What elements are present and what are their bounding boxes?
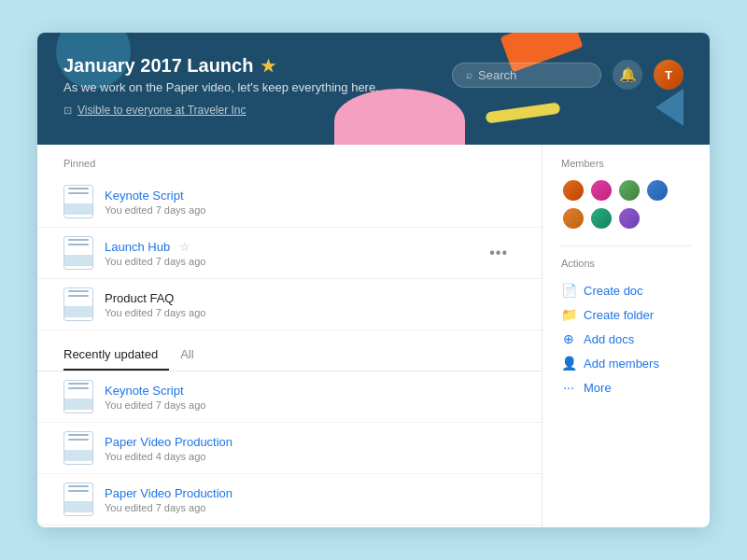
tabs-row: Recently updated All xyxy=(37,330,542,371)
doc-info-1: Launch Hub ☆ You edited 7 days ago xyxy=(105,240,482,267)
doc-title-0: Keynote Script xyxy=(105,189,515,203)
doc-title-2: Product FAQ xyxy=(105,291,515,305)
doc-title-r1: Paper Video Production xyxy=(105,435,515,449)
doc-icon-1 xyxy=(63,236,93,270)
pinned-item-0[interactable]: Keynote Script You edited 7 days ago xyxy=(37,176,542,228)
visibility-text[interactable]: Visible to everyone at Traveler Inc xyxy=(78,104,247,117)
member-avatar-6[interactable] xyxy=(617,206,641,231)
doc-icon-r2 xyxy=(63,483,93,516)
create-folder-label: Create folder xyxy=(584,308,654,322)
doc-info-r0: Keynote Script You edited 7 days ago xyxy=(105,384,515,411)
doc-info-r2: Paper Video Production You edited 7 days… xyxy=(105,486,515,513)
member-avatar-4[interactable] xyxy=(561,206,585,231)
header: January 2017 Launch ★ As we work on the … xyxy=(37,33,710,145)
bell-button[interactable]: 🔔 xyxy=(613,60,642,90)
actions-label: Actions xyxy=(561,258,691,269)
header-top: January 2017 Launch ★ As we work on the … xyxy=(63,55,684,94)
avatar-initials: T xyxy=(665,68,672,82)
add-docs-icon: ⊕ xyxy=(561,331,576,346)
doc-meta-0: You edited 7 days ago xyxy=(105,204,515,216)
action-create-folder[interactable]: 📁 Create folder xyxy=(561,302,691,327)
search-bar[interactable]: ⌕ Search xyxy=(452,63,601,88)
tab-recently-updated[interactable]: Recently updated xyxy=(63,342,169,371)
title-star[interactable]: ★ xyxy=(261,56,275,77)
member-avatar-5[interactable] xyxy=(589,206,613,231)
doc-title-text-1: Launch Hub xyxy=(105,240,170,254)
visibility-icon: ⊡ xyxy=(63,105,72,117)
doc-meta-1: You edited 7 days ago xyxy=(105,256,482,267)
pinned-label: Pinned xyxy=(37,145,542,176)
doc-info-0: Keynote Script You edited 7 days ago xyxy=(105,189,515,216)
recent-item-0[interactable]: Keynote Script You edited 7 days ago xyxy=(37,371,542,423)
search-icon: ⌕ xyxy=(466,68,472,81)
doc-icon-0 xyxy=(63,185,93,218)
member-avatar-3[interactable] xyxy=(645,178,669,203)
doc-title-1: Launch Hub ☆ xyxy=(105,240,482,254)
doc-meta-r2: You edited 7 days ago xyxy=(105,502,515,513)
user-avatar[interactable]: T xyxy=(654,60,684,90)
divider xyxy=(561,245,691,246)
more-icon: ··· xyxy=(561,380,576,395)
bell-icon: 🔔 xyxy=(619,66,637,83)
pinned-item-1[interactable]: Launch Hub ☆ You edited 7 days ago ••• xyxy=(37,228,542,279)
action-more[interactable]: ··· More xyxy=(561,375,691,399)
create-doc-label: Create doc xyxy=(584,284,643,298)
doc-info-r1: Paper Video Production You edited 4 days… xyxy=(105,435,515,462)
doc-meta-2: You edited 7 days ago xyxy=(105,307,515,318)
add-members-icon: 👤 xyxy=(561,356,576,371)
header-title-group: January 2017 Launch ★ As we work on the … xyxy=(63,55,379,94)
header-right: ⌕ Search 🔔 T xyxy=(452,60,684,90)
header-title: January 2017 Launch ★ xyxy=(63,55,379,77)
doc-info-2: Product FAQ You edited 7 days ago xyxy=(105,291,515,318)
recent-item-1[interactable]: Paper Video Production You edited 4 days… xyxy=(37,423,542,474)
app-window: January 2017 Launch ★ As we work on the … xyxy=(37,33,710,527)
search-placeholder-text: Search xyxy=(478,68,516,82)
decor-pink xyxy=(334,89,465,145)
add-docs-label: Add docs xyxy=(584,332,634,346)
tab-all[interactable]: All xyxy=(169,342,204,371)
doc-icon-r1 xyxy=(63,431,93,465)
action-add-members[interactable]: 👤 Add members xyxy=(561,351,691,375)
sidebar: Members Actions 📄 Create doc 📁 Create fo… xyxy=(542,145,710,527)
add-members-label: Add members xyxy=(584,357,659,371)
action-create-doc[interactable]: 📄 Create doc xyxy=(561,278,691,302)
members-row xyxy=(561,178,691,231)
title-text: January 2017 Launch xyxy=(63,55,253,77)
doc-meta-r0: You edited 7 days ago xyxy=(105,399,515,411)
create-folder-icon: 📁 xyxy=(561,307,576,322)
pinned-item-2[interactable]: Product FAQ You edited 7 days ago xyxy=(37,279,542,330)
members-label: Members xyxy=(561,158,691,169)
recent-item-2[interactable]: Paper Video Production You edited 7 days… xyxy=(37,474,542,525)
header-subtitle: As we work on the Paper video, let's kee… xyxy=(63,80,379,94)
member-avatar-0[interactable] xyxy=(561,178,585,203)
main-panel: Pinned Keynote Script You edited 7 days … xyxy=(37,145,542,527)
member-avatar-1[interactable] xyxy=(589,178,613,203)
doc-title-r2: Paper Video Production xyxy=(105,486,515,500)
action-add-docs[interactable]: ⊕ Add docs xyxy=(561,327,691,351)
doc-icon-2 xyxy=(63,287,93,321)
member-avatar-2[interactable] xyxy=(617,178,641,203)
doc-title-r0: Keynote Script xyxy=(105,384,515,398)
create-doc-icon: 📄 xyxy=(561,283,576,298)
doc-icon-r0 xyxy=(63,380,93,413)
content-area: Pinned Keynote Script You edited 7 days … xyxy=(37,145,710,527)
doc-more-button-1[interactable]: ••• xyxy=(482,241,515,265)
doc-star-1[interactable]: ☆ xyxy=(179,240,190,254)
visibility-row: ⊡ Visible to everyone at Traveler Inc xyxy=(63,104,684,117)
more-label: More xyxy=(584,381,612,395)
doc-meta-r1: You edited 4 days ago xyxy=(105,451,515,462)
